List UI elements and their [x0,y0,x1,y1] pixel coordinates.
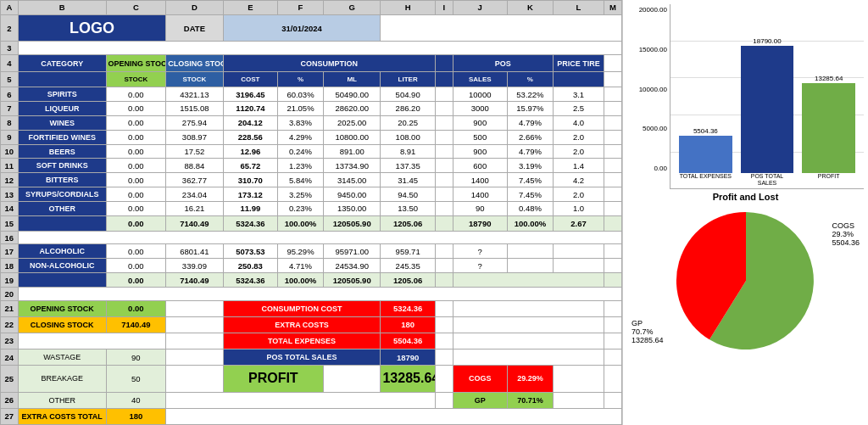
liter-sub: LITER [381,72,435,87]
row13-pct: 3.25% [278,187,324,202]
row9-name: FORTIFIED WINES [18,130,106,144]
row14-pct: 0.23% [278,201,324,215]
alc-end3 [604,244,622,259]
row6-name: SPIRITS [18,87,106,102]
cat-header: CATEGORY [18,55,106,72]
bar-group-expenses: 5504.36 [679,127,732,173]
gp-label: GP [453,392,507,408]
row11-ml: 13734.90 [323,159,380,173]
row16-empty [18,231,621,244]
r22-m [604,316,622,333]
row9-pct: 4.29% [278,130,324,144]
row12-cost: 310.70 [223,173,277,187]
row11-liter: 137.35 [381,159,435,173]
row6-open: 0.00 [106,87,166,102]
col-C: C [106,1,166,15]
extra-costs-total-label: EXTRA COSTS TOTAL [18,408,106,424]
consumption-header: CONSUMPTION [223,55,435,72]
breakage-val: 50 [106,366,166,392]
row6-sep [435,87,453,102]
alc-end1 [507,244,553,259]
r25-m [604,366,622,392]
row12-pct: 5.84% [278,173,324,187]
r21-end [453,300,604,316]
r26-end [553,392,604,408]
row9-sales: 500 [453,130,507,144]
y-0: 0.00 [627,165,667,172]
r22-sep [435,316,453,333]
bar-chart-container: 20000.00 15000.00 10000.00 5000.00 0.00 [627,4,864,189]
nonalc-pct: 4.71% [278,259,324,273]
table-row: 9 FORTIFIED WINES 0.00 308.97 228.56 4.2… [1,130,622,144]
pos-sales-label: POS TOTAL SALES [223,350,381,366]
extra-costs-total-val: 180 [106,408,166,424]
pie-container: COGS 29.3% 5504.36 GP 70.7% 13285.64 [627,204,864,357]
alc-ml: 95971.00 [323,244,380,259]
row-num-23: 23 [1,333,19,349]
row10-price: 2.0 [553,144,604,159]
price-tire-header: PRICE TIRE [553,55,604,72]
alc-cost: 5073.53 [223,244,277,259]
col-i-header [435,55,453,72]
ml-sub: ML [323,72,380,87]
pie-chart-title: Profit and Lost [627,189,864,204]
col-header-row: A B C D E F G H I J K L M [1,1,622,15]
row6-sales: 10000 [453,87,507,102]
gt2-m [604,273,622,288]
row8-ml: 2025.00 [323,115,380,130]
row8-close: 275.94 [166,115,223,130]
r22-end [453,316,604,333]
row-26: 26 OTHER 40 GP 70.71% [1,392,622,408]
wastage-label: WASTAGE [18,350,106,366]
gt2-sep [435,273,453,288]
row10-end [604,144,622,159]
row-num-24: 24 [1,350,19,366]
col-I: I [435,1,453,15]
profit-label: PROFIT [223,366,323,392]
alc-close: 6801.41 [166,244,223,259]
xlabel-sales: POS TOTAL SALES [741,173,794,188]
row14-name: OTHER [18,201,106,215]
row14-liter: 13.50 [381,201,435,215]
col-A: A [1,1,19,15]
row-25: 25 BREAKAGE 50 PROFIT 13285.64 COGS 29.2… [1,366,622,392]
row8-sep [435,115,453,130]
row-num-14: 14 [1,201,19,215]
row20-empty [18,288,621,301]
gp-pct: 70.71% [507,392,553,408]
cogs-pct: 29.29% [507,366,553,392]
bars: 5504.36 18790.00 13285.64 [670,4,864,173]
row12-liter: 31.45 [381,173,435,187]
row-num-22: 22 [1,316,19,333]
row11-open: 0.00 [106,159,166,173]
row13-sep [435,187,453,202]
gt2-cat [18,273,106,288]
y-20000: 20000.00 [627,6,667,14]
row9-price: 2.0 [553,130,604,144]
pie-gp-val: 13285.64 [632,336,664,344]
open-sub: STOCK [106,72,166,87]
open-stock-val: 0.00 [106,300,166,316]
extra-costs-label: EXTRA COSTS [223,316,381,333]
nonalc-end1 [507,259,553,273]
bar-val-expenses: 5504.36 [693,127,718,135]
pct-sub: % [278,72,324,87]
row-num-13: 13 [1,187,19,202]
table-row: 8 WINES 0.00 275.94 204.12 3.83% 2025.00… [1,115,622,130]
row15-open: 0.00 [106,215,166,231]
col-m-sub [604,72,622,87]
row7-liter: 286.20 [381,102,435,116]
bars-area: 5504.36 18790.00 13285.64 [670,4,864,189]
row15-sales: 18790 [453,215,507,231]
table-row: 7 LIQUEUR 0.00 1515.08 1120.74 21.05% 28… [1,102,622,116]
cogs-label: COGS [453,366,507,392]
main-table: A B C D E F G H I J K L M 2 LOGO [0,0,622,425]
row12-sep [435,173,453,187]
col-D: D [166,1,223,15]
row10-close: 17.52 [166,144,223,159]
row14-sales: 90 [453,201,507,215]
table-area: A B C D E F G H I J K L M 2 LOGO [0,0,622,425]
row10-sep [435,144,453,159]
row-num-15: 15 [1,215,19,231]
bar-profit [802,83,855,173]
